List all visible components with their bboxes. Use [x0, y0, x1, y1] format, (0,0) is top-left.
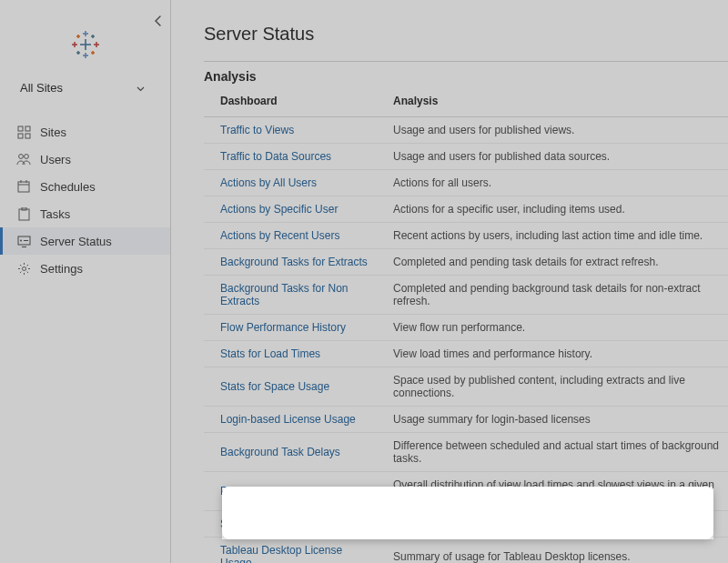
table-row: Background Task DelaysDifference between… [204, 433, 728, 472]
analysis-text: Summary of usage for Tableau Desktop lic… [377, 538, 728, 564]
dashboard-link[interactable]: Actions by All Users [220, 176, 317, 189]
svg-rect-24 [18, 182, 29, 192]
sidebar-item-label: Users [40, 153, 71, 166]
analysis-text: Difference between scheduled and actual … [377, 433, 728, 472]
svg-rect-21 [25, 134, 30, 138]
col-dashboard: Dashboard [204, 87, 377, 117]
dashboard-link[interactable]: Server Disk Space [220, 518, 310, 530]
sidebar-item-label: Sites [40, 126, 66, 139]
analysis-text: Current and historical disk space usage,… [377, 511, 728, 538]
dashboard-link[interactable]: Performance of Views [220, 485, 327, 498]
svg-rect-20 [18, 134, 23, 138]
dashboard-link[interactable]: Login-based License Usage [220, 413, 356, 426]
grid-icon [16, 125, 31, 139]
users-icon [16, 152, 31, 166]
sidebar-item-users[interactable]: Users [0, 146, 170, 173]
table-row: Actions by Recent UsersRecent actions by… [204, 223, 728, 249]
sites-selector-label: All Sites [20, 81, 63, 95]
table-row: Actions by Specific UserActions for a sp… [204, 196, 728, 223]
caret-down-icon [136, 81, 145, 95]
svg-rect-19 [25, 126, 30, 131]
calendar-icon [16, 179, 31, 194]
table-row: Stats for Load TimesView load times and … [204, 341, 728, 367]
table-row: Traffic to ViewsUsage and users for publ… [204, 117, 728, 144]
analysis-text: Recent actions by users, including last … [377, 223, 728, 249]
dashboard-link[interactable]: Traffic to Data Sources [220, 150, 331, 163]
tableau-logo [0, 9, 170, 74]
analysis-text: View flow run performance. [377, 315, 728, 341]
analysis-text: Overall distribution of view load times … [377, 472, 728, 511]
table-row: Background Tasks for ExtractsCompleted a… [204, 249, 728, 276]
analysis-text: View load times and performance history. [377, 341, 728, 367]
table-row: Traffic to Data SourcesUsage and users f… [204, 144, 728, 170]
dashboard-link[interactable]: Tableau Desktop License Usage [220, 544, 342, 563]
analysis-text: Completed and pending task details for e… [377, 249, 728, 276]
sites-selector[interactable]: All Sites [0, 74, 170, 102]
sidebar-item-settings[interactable]: Settings [0, 255, 170, 282]
sidebar-item-server-status[interactable]: Server Status [0, 227, 170, 255]
analysis-text: Usage summary for login-based licenses [377, 407, 728, 433]
analysis-text: Actions for all users. [377, 170, 728, 196]
sidebar-item-label: Tasks [40, 207, 70, 221]
dashboard-link[interactable]: Flow Performance History [220, 321, 346, 334]
table-row: Actions by All UsersActions for all user… [204, 170, 728, 196]
analysis-text: Usage and users for published data sourc… [377, 144, 728, 170]
dashboard-link[interactable]: Background Tasks for Extracts [220, 256, 368, 268]
sidebar-item-label: Settings [40, 262, 83, 276]
dashboard-link[interactable]: Background Tasks for Non Extracts [220, 282, 349, 307]
svg-point-31 [20, 239, 22, 241]
svg-rect-28 [19, 209, 29, 220]
dashboard-link[interactable]: Stats for Space Usage [220, 380, 329, 393]
sidebar: All Sites Sites Users [0, 0, 171, 563]
analysis-table: Dashboard Analysis Traffic to ViewsUsage… [204, 87, 728, 563]
sidebar-item-sites[interactable]: Sites [0, 118, 170, 146]
nav-list: Sites Users Schedules Tasks [0, 118, 170, 282]
table-row: Performance of ViewsOverall distribution… [204, 472, 728, 511]
table-row: Background Tasks for Non ExtractsComplet… [204, 276, 728, 315]
dashboard-link[interactable]: Stats for Load Times [220, 347, 320, 360]
sidebar-item-schedules[interactable]: Schedules [0, 173, 170, 200]
sidebar-item-label: Server Status [40, 235, 112, 248]
server-status-icon [16, 234, 31, 248]
sidebar-item-tasks[interactable]: Tasks [0, 200, 170, 227]
svg-point-23 [25, 155, 29, 159]
dashboard-link[interactable]: Traffic to Views [220, 124, 294, 136]
svg-rect-18 [18, 126, 23, 131]
page-title: Server Status [204, 24, 728, 45]
analysis-text: Usage and users for published views. [377, 117, 728, 144]
table-row: Flow Performance HistoryView flow run pe… [204, 315, 728, 341]
table-row: Server Disk SpaceCurrent and historical … [204, 511, 728, 538]
clipboard-icon [16, 206, 31, 221]
table-row: Tableau Desktop License UsageSummary of … [204, 538, 728, 564]
sidebar-item-label: Schedules [40, 180, 96, 194]
main-content: Server Status Analysis Dashboard Analysi… [171, 0, 728, 563]
dashboard-link[interactable]: Background Task Delays [220, 446, 340, 458]
table-row: Stats for Space UsageSpace used by publi… [204, 367, 728, 407]
section-title: Analysis [204, 69, 728, 84]
table-row: Login-based License UsageUsage summary f… [204, 407, 728, 433]
svg-point-34 [22, 266, 25, 270]
collapse-sidebar-icon[interactable] [154, 15, 163, 30]
analysis-text: Space used by published content, includi… [377, 367, 728, 407]
col-analysis: Analysis [377, 87, 728, 117]
analysis-text: Completed and pending background task de… [377, 276, 728, 315]
gear-icon [16, 261, 31, 276]
dashboard-link[interactable]: Actions by Recent Users [220, 229, 339, 242]
svg-point-22 [19, 155, 24, 159]
analysis-text: Actions for a specific user, including i… [377, 196, 728, 223]
dashboard-link[interactable]: Actions by Specific User [220, 203, 338, 216]
